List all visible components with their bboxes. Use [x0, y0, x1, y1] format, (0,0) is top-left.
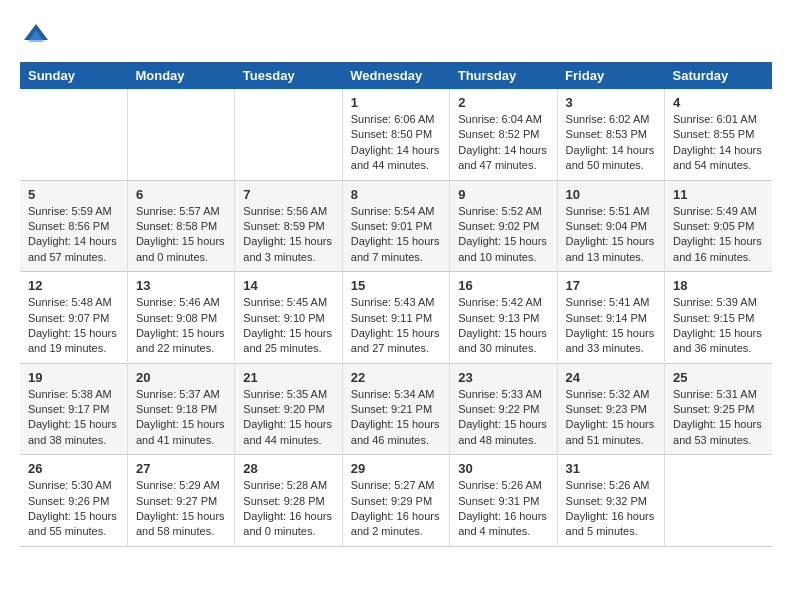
day-info: Sunrise: 5:49 AM Sunset: 9:05 PM Dayligh… — [673, 204, 764, 266]
calendar-cell: 25Sunrise: 5:31 AM Sunset: 9:25 PM Dayli… — [665, 363, 772, 455]
day-number: 9 — [458, 187, 548, 202]
calendar-cell: 19Sunrise: 5:38 AM Sunset: 9:17 PM Dayli… — [20, 363, 127, 455]
calendar-cell: 1Sunrise: 6:06 AM Sunset: 8:50 PM Daylig… — [342, 89, 449, 180]
logo — [20, 20, 56, 52]
calendar-body: 1Sunrise: 6:06 AM Sunset: 8:50 PM Daylig… — [20, 89, 772, 546]
day-number: 27 — [136, 461, 226, 476]
calendar-week-row: 5Sunrise: 5:59 AM Sunset: 8:56 PM Daylig… — [20, 180, 772, 272]
weekday-row: SundayMondayTuesdayWednesdayThursdayFrid… — [20, 62, 772, 89]
calendar-cell: 21Sunrise: 5:35 AM Sunset: 9:20 PM Dayli… — [235, 363, 342, 455]
calendar-cell: 3Sunrise: 6:02 AM Sunset: 8:53 PM Daylig… — [557, 89, 664, 180]
day-number: 8 — [351, 187, 441, 202]
day-number: 25 — [673, 370, 764, 385]
day-number: 5 — [28, 187, 119, 202]
calendar-cell: 6Sunrise: 5:57 AM Sunset: 8:58 PM Daylig… — [127, 180, 234, 272]
day-number: 24 — [566, 370, 656, 385]
day-number: 14 — [243, 278, 333, 293]
calendar-week-row: 19Sunrise: 5:38 AM Sunset: 9:17 PM Dayli… — [20, 363, 772, 455]
day-info: Sunrise: 5:37 AM Sunset: 9:18 PM Dayligh… — [136, 387, 226, 449]
day-number: 11 — [673, 187, 764, 202]
calendar-cell: 5Sunrise: 5:59 AM Sunset: 8:56 PM Daylig… — [20, 180, 127, 272]
calendar-cell — [20, 89, 127, 180]
day-number: 21 — [243, 370, 333, 385]
calendar-cell: 26Sunrise: 5:30 AM Sunset: 9:26 PM Dayli… — [20, 455, 127, 547]
calendar-cell: 23Sunrise: 5:33 AM Sunset: 9:22 PM Dayli… — [450, 363, 557, 455]
day-info: Sunrise: 5:45 AM Sunset: 9:10 PM Dayligh… — [243, 295, 333, 357]
day-info: Sunrise: 5:28 AM Sunset: 9:28 PM Dayligh… — [243, 478, 333, 540]
day-info: Sunrise: 5:33 AM Sunset: 9:22 PM Dayligh… — [458, 387, 548, 449]
day-number: 19 — [28, 370, 119, 385]
day-info: Sunrise: 5:31 AM Sunset: 9:25 PM Dayligh… — [673, 387, 764, 449]
calendar-cell: 31Sunrise: 5:26 AM Sunset: 9:32 PM Dayli… — [557, 455, 664, 547]
day-info: Sunrise: 6:06 AM Sunset: 8:50 PM Dayligh… — [351, 112, 441, 174]
calendar-cell: 13Sunrise: 5:46 AM Sunset: 9:08 PM Dayli… — [127, 272, 234, 364]
day-number: 23 — [458, 370, 548, 385]
logo-icon — [20, 20, 52, 52]
day-info: Sunrise: 5:48 AM Sunset: 9:07 PM Dayligh… — [28, 295, 119, 357]
day-number: 6 — [136, 187, 226, 202]
weekday-header: Saturday — [665, 62, 772, 89]
weekday-header: Sunday — [20, 62, 127, 89]
day-number: 30 — [458, 461, 548, 476]
day-info: Sunrise: 5:59 AM Sunset: 8:56 PM Dayligh… — [28, 204, 119, 266]
calendar-cell: 4Sunrise: 6:01 AM Sunset: 8:55 PM Daylig… — [665, 89, 772, 180]
calendar-cell: 10Sunrise: 5:51 AM Sunset: 9:04 PM Dayli… — [557, 180, 664, 272]
calendar-table: SundayMondayTuesdayWednesdayThursdayFrid… — [20, 62, 772, 547]
calendar-cell — [127, 89, 234, 180]
calendar-week-row: 26Sunrise: 5:30 AM Sunset: 9:26 PM Dayli… — [20, 455, 772, 547]
day-info: Sunrise: 5:56 AM Sunset: 8:59 PM Dayligh… — [243, 204, 333, 266]
day-info: Sunrise: 6:04 AM Sunset: 8:52 PM Dayligh… — [458, 112, 548, 174]
calendar-cell: 12Sunrise: 5:48 AM Sunset: 9:07 PM Dayli… — [20, 272, 127, 364]
calendar-week-row: 12Sunrise: 5:48 AM Sunset: 9:07 PM Dayli… — [20, 272, 772, 364]
day-info: Sunrise: 5:26 AM Sunset: 9:31 PM Dayligh… — [458, 478, 548, 540]
weekday-header: Wednesday — [342, 62, 449, 89]
calendar-cell: 17Sunrise: 5:41 AM Sunset: 9:14 PM Dayli… — [557, 272, 664, 364]
calendar-cell: 18Sunrise: 5:39 AM Sunset: 9:15 PM Dayli… — [665, 272, 772, 364]
calendar-week-row: 1Sunrise: 6:06 AM Sunset: 8:50 PM Daylig… — [20, 89, 772, 180]
day-number: 2 — [458, 95, 548, 110]
day-number: 15 — [351, 278, 441, 293]
page-header — [20, 20, 772, 52]
calendar-cell: 30Sunrise: 5:26 AM Sunset: 9:31 PM Dayli… — [450, 455, 557, 547]
calendar-cell: 11Sunrise: 5:49 AM Sunset: 9:05 PM Dayli… — [665, 180, 772, 272]
weekday-header: Thursday — [450, 62, 557, 89]
calendar-cell: 29Sunrise: 5:27 AM Sunset: 9:29 PM Dayli… — [342, 455, 449, 547]
calendar-cell: 27Sunrise: 5:29 AM Sunset: 9:27 PM Dayli… — [127, 455, 234, 547]
calendar-cell: 22Sunrise: 5:34 AM Sunset: 9:21 PM Dayli… — [342, 363, 449, 455]
day-number: 7 — [243, 187, 333, 202]
calendar-cell: 28Sunrise: 5:28 AM Sunset: 9:28 PM Dayli… — [235, 455, 342, 547]
day-info: Sunrise: 5:38 AM Sunset: 9:17 PM Dayligh… — [28, 387, 119, 449]
day-number: 13 — [136, 278, 226, 293]
calendar-cell: 14Sunrise: 5:45 AM Sunset: 9:10 PM Dayli… — [235, 272, 342, 364]
day-info: Sunrise: 5:42 AM Sunset: 9:13 PM Dayligh… — [458, 295, 548, 357]
day-info: Sunrise: 5:52 AM Sunset: 9:02 PM Dayligh… — [458, 204, 548, 266]
weekday-header: Friday — [557, 62, 664, 89]
calendar-cell: 20Sunrise: 5:37 AM Sunset: 9:18 PM Dayli… — [127, 363, 234, 455]
weekday-header: Tuesday — [235, 62, 342, 89]
calendar-header: SundayMondayTuesdayWednesdayThursdayFrid… — [20, 62, 772, 89]
day-info: Sunrise: 5:35 AM Sunset: 9:20 PM Dayligh… — [243, 387, 333, 449]
day-number: 1 — [351, 95, 441, 110]
calendar-cell: 16Sunrise: 5:42 AM Sunset: 9:13 PM Dayli… — [450, 272, 557, 364]
day-info: Sunrise: 5:30 AM Sunset: 9:26 PM Dayligh… — [28, 478, 119, 540]
day-info: Sunrise: 5:46 AM Sunset: 9:08 PM Dayligh… — [136, 295, 226, 357]
calendar-cell — [665, 455, 772, 547]
day-info: Sunrise: 5:41 AM Sunset: 9:14 PM Dayligh… — [566, 295, 656, 357]
day-number: 31 — [566, 461, 656, 476]
day-number: 4 — [673, 95, 764, 110]
day-number: 17 — [566, 278, 656, 293]
calendar-cell: 24Sunrise: 5:32 AM Sunset: 9:23 PM Dayli… — [557, 363, 664, 455]
calendar-cell: 8Sunrise: 5:54 AM Sunset: 9:01 PM Daylig… — [342, 180, 449, 272]
day-number: 12 — [28, 278, 119, 293]
calendar-cell: 9Sunrise: 5:52 AM Sunset: 9:02 PM Daylig… — [450, 180, 557, 272]
day-number: 20 — [136, 370, 226, 385]
day-info: Sunrise: 5:32 AM Sunset: 9:23 PM Dayligh… — [566, 387, 656, 449]
day-number: 16 — [458, 278, 548, 293]
calendar-cell — [235, 89, 342, 180]
day-number: 29 — [351, 461, 441, 476]
day-number: 18 — [673, 278, 764, 293]
day-info: Sunrise: 5:26 AM Sunset: 9:32 PM Dayligh… — [566, 478, 656, 540]
day-number: 26 — [28, 461, 119, 476]
day-info: Sunrise: 5:43 AM Sunset: 9:11 PM Dayligh… — [351, 295, 441, 357]
day-number: 3 — [566, 95, 656, 110]
